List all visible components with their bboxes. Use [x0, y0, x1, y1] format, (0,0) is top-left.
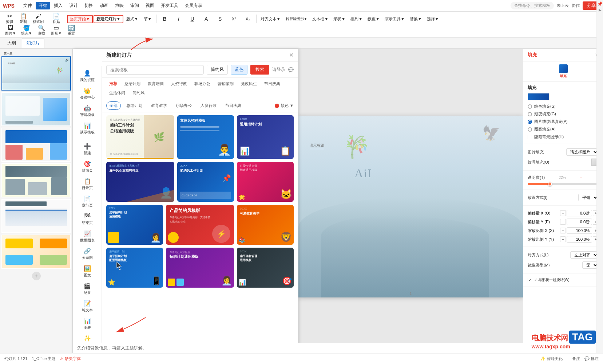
comment-btn[interactable]: — 备注 — [567, 356, 580, 361]
nav-tag-6[interactable]: 党政民生 — [238, 80, 260, 88]
menu-view[interactable]: 视图 — [143, 2, 157, 9]
placement-select[interactable]: 平铺 — [578, 194, 599, 201]
menu-insert[interactable]: 插入 — [51, 2, 66, 9]
sidebar-item-cover[interactable]: 🎯 封面页 — [74, 158, 100, 175]
offset-y-input[interactable] — [567, 219, 592, 225]
sidebar-item-new[interactable]: ➕ 新建 — [74, 141, 100, 158]
login-link[interactable]: 请登录 — [272, 67, 285, 73]
btn-shape[interactable]: 形状▼ — [331, 16, 348, 23]
menu-file[interactable]: 文件 — [20, 2, 35, 9]
transparency-slider[interactable] — [528, 183, 599, 185]
template-card-5[interactable]: 20XX 简约风工作计划 01 02 03 04 📌 — [177, 162, 234, 202]
style-blue-btn[interactable]: 蓝色 — [231, 65, 247, 75]
scale-x-minus[interactable]: − — [560, 228, 566, 233]
nav-tag-1[interactable]: 总结计划 — [122, 80, 143, 88]
btn-bold[interactable]: B — [158, 15, 171, 23]
btn-layout[interactable]: 版式▼ — [124, 16, 140, 23]
nav-tag-8[interactable]: 生活休闲 — [106, 89, 128, 97]
btn-nudge[interactable]: 纵距▼ — [365, 16, 382, 23]
fill-solid-icon[interactable]: 填充 — [559, 64, 568, 79]
nav-tag-2[interactable]: 教育培训 — [145, 80, 167, 88]
template-card-9[interactable]: 20XX 可爱教育教学 🦁 📚 — [237, 205, 294, 245]
btn-convert-smart[interactable]: 转智能图形▼ — [283, 16, 310, 22]
template-card-6[interactable]: 可爱卡通企业招聘通用模版 🐱 🌟 — [237, 162, 294, 202]
menu-dev[interactable]: 开发工具 — [158, 2, 181, 9]
sidebar-item-end[interactable]: 🏁 结束页 — [74, 211, 100, 228]
collab-btn[interactable]: 协作 — [572, 3, 580, 8]
fill-gradient-option[interactable]: 渐变填充(G) — [528, 110, 599, 118]
sidebar-item-ai-template[interactable]: 🤖 智能模板 — [74, 103, 100, 120]
btn-copy[interactable]: 📋复制 — [17, 13, 30, 25]
btn-arrange[interactable]: 排列▼ — [348, 16, 365, 23]
font-warning[interactable]: ⚠ 缺失字体 — [60, 356, 81, 361]
add-slide-btn[interactable]: + — [32, 272, 41, 280]
fill-solid-radio[interactable] — [528, 104, 532, 109]
template-panel-close[interactable]: ✕ — [289, 52, 294, 59]
fill-pattern-option[interactable]: 图案填充(A) — [528, 125, 599, 133]
menu-slideshow[interactable]: 放映 — [112, 2, 127, 9]
panel-pin-icon[interactable]: 📌 — [597, 1, 603, 7]
image-fill-select[interactable]: 请选择图片 — [566, 148, 599, 156]
transparency-minus[interactable]: − — [580, 176, 582, 180]
shape-rotate-checkbox[interactable]: ✓ — [528, 278, 532, 282]
align-select[interactable]: 左上对齐 — [570, 251, 599, 259]
scale-y-input[interactable] — [567, 236, 592, 243]
tab-slides[interactable]: 幻灯片 — [22, 38, 44, 48]
tab-outline[interactable]: 大纲 — [3, 39, 20, 48]
template-card-11[interactable]: 单击此处添加标题 招聘计划通用模版 👩‍💼 — [166, 248, 234, 288]
btn-current-start[interactable]: 当页开始▼ — [67, 15, 93, 23]
template-card-12[interactable]: 202X 扁平销售管理通用模版 🎯 📊 — [237, 248, 294, 288]
sub-tag-4[interactable]: 人资行政 — [197, 101, 220, 110]
slide-thumb-1[interactable]: 演示标题 🎋 🔊 — [1, 56, 71, 91]
panel-collapse-icon[interactable]: ▶ — [598, 8, 602, 12]
fill-solid-option[interactable]: 纯色填充(S) — [528, 103, 599, 110]
sub-tag-1[interactable]: 总结计划 — [123, 101, 146, 110]
shape-rotate-option[interactable]: ✓ ✓ 与形状一起旋转(W) — [528, 276, 599, 284]
sub-tag-0[interactable]: 全部 — [106, 101, 121, 110]
template-card-4[interactable]: 单击此处添加文本具体内容 扁平风企业招聘模版 👤 — [106, 162, 174, 202]
fill-hide-checkbox[interactable] — [528, 135, 532, 139]
menu-design[interactable]: 设计 — [66, 2, 81, 9]
sidebar-item-table[interactable]: 📊 图表 — [74, 315, 100, 332]
style-simple-btn[interactable]: 简约风 — [207, 65, 228, 75]
sidebar-item-member[interactable]: 👑 会员中心 — [74, 85, 100, 102]
fill-pattern-radio[interactable] — [528, 127, 532, 132]
template-card-8[interactable]: 产品简约风模版 单击此处添加副标题内容，支持中英 实现卓越 企业 ⚡ — [166, 205, 234, 245]
nav-tag-3[interactable]: 人资行政 — [168, 80, 190, 88]
nav-tag-5[interactable]: 营销策划 — [215, 80, 237, 88]
sidebar-item-scene[interactable]: 🎬 场景 — [74, 280, 100, 297]
beautify-btn[interactable]: ✨ 智能美化 — [540, 356, 563, 361]
nav-tag-7[interactable]: 节日庆典 — [261, 80, 283, 88]
review-btn[interactable]: 💬 批注 — [584, 356, 599, 361]
cloud-status[interactable]: 未上云 — [557, 3, 569, 8]
sidebar-item-data-chart[interactable]: 📈 数据图表 — [74, 228, 100, 245]
btn-reset[interactable]: 🔄重置 — [65, 24, 78, 37]
search-cmd[interactable]: 查找命令、搜索模板 — [511, 2, 554, 9]
offset-y-minus[interactable]: − — [560, 219, 566, 225]
slide-canvas[interactable]: 🎋 🦅 AiI 演示标题 1 — [298, 116, 523, 297]
btn-find[interactable]: 🔍查找 — [35, 24, 48, 37]
template-card-3[interactable]: 20XX 通用招聘计划 📋 📊 — [237, 115, 294, 159]
fill-image-option[interactable]: 图片或纹理填充(P) — [528, 118, 599, 125]
color-preview-bar[interactable] — [528, 93, 550, 100]
btn-paste[interactable]: 📄粘贴 — [50, 13, 63, 25]
slide-thumb-5[interactable] — [1, 199, 71, 233]
color-filter[interactable]: 颜色 ▼ — [275, 103, 294, 108]
template-card-10[interactable]: 扁平招聘计划 扁平招聘计划配置通用模版 📱 ⭐ — [106, 248, 163, 288]
template-card-7[interactable]: 202X 扁平招聘计划通用模版 👩‍💼 — [106, 205, 163, 245]
slide-thumb-4[interactable] — [1, 163, 71, 197]
nav-tag-4[interactable]: 职场办公 — [191, 80, 213, 88]
menu-start[interactable]: 开始 — [36, 2, 50, 9]
nav-tag-9[interactable]: 简约风 — [130, 89, 147, 97]
transparency-thumb[interactable] — [548, 182, 552, 186]
btn-select[interactable]: 选择▼ — [425, 16, 441, 23]
slide-thumb-3[interactable] — [1, 128, 71, 162]
sidebar-item-plain-text[interactable]: 📝 纯文本 — [74, 298, 100, 315]
btn-image[interactable]: 🖼图片▼ — [3, 24, 18, 37]
btn-superscript[interactable]: X² — [227, 16, 241, 22]
btn-replace[interactable]: 替换▼ — [408, 16, 424, 23]
btn-align-text[interactable]: 对齐文本▼ — [258, 16, 283, 23]
btn-italic[interactable]: I — [172, 15, 185, 23]
scale-x-input[interactable] — [567, 227, 592, 234]
message-icon[interactable]: 💬 — [288, 67, 294, 72]
